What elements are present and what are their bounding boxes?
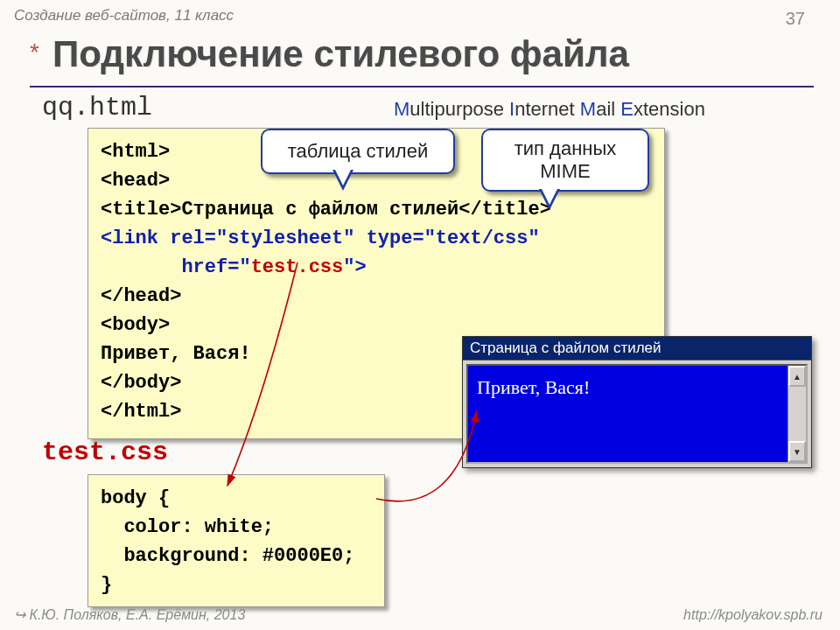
header-text: Создание веб-сайтов, 11 класс [14,7,234,24]
scroll-up-icon[interactable]: ▲ [788,366,806,387]
code-box-css: body { color: white; background: #0000E0… [88,474,385,607]
footer-url: http://kpolyakov.spb.ru [683,607,822,623]
page-title: Подключение стилевого файла [52,33,629,75]
callout-mime-type: тип данных MIME [481,129,649,192]
preview-body: Привет, Вася! [468,366,788,462]
mime-m2: M [580,98,596,120]
accent-star-icon: * [30,38,39,66]
mime-e: E [620,98,634,120]
preview-titlebar: Страница с файлом стилей [463,337,811,360]
mime-m: M [394,98,410,120]
title-underline [30,86,814,88]
preview-frame: Привет, Вася! ▲ ▼ [466,364,808,464]
footer-author: ↪ К.Ю. Поляков, Е.А. Ерёмин, 2013 [14,606,245,623]
page-number: 37 [786,9,805,29]
mime-expansion: Multipurpose Internet Mail Extension [394,98,705,121]
callout-stylesheet: таблица стилей [261,129,455,174]
slide: Создание веб-сайтов, 11 класс 37 * Подкл… [0,0,840,630]
scroll-down-icon[interactable]: ▼ [788,441,806,462]
callout-tail-icon [539,189,560,210]
filename-html: qq.html [42,93,152,122]
browser-preview: Страница с файлом стилей Привет, Вася! ▲… [462,336,812,468]
filename-css: test.css [42,438,168,467]
scrollbar[interactable]: ▲ ▼ [788,366,806,462]
callout-tail-icon [332,170,354,191]
